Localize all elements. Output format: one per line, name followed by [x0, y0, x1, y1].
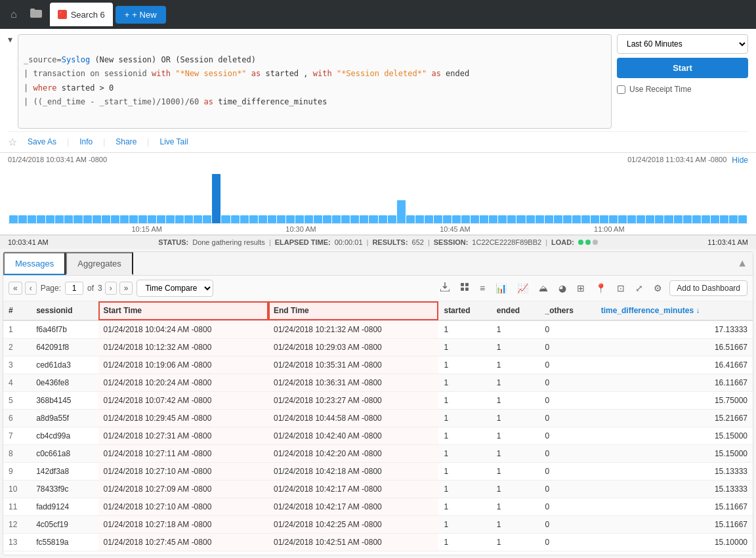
col-started[interactable]: started	[438, 301, 491, 320]
share-link[interactable]: Share	[116, 137, 136, 146]
table-row[interactable]: 8c0c661a801/24/2018 10:27:11 AM -080001/…	[3, 444, 753, 462]
table-row[interactable]: 5368b414501/24/2018 10:07:42 AM -080001/…	[3, 391, 753, 409]
table-row[interactable]: 1078433f9c01/24/2018 10:27:09 AM -080001…	[3, 480, 753, 498]
cell-3: 01/24/2018 10:35:31 AM -0800	[268, 356, 438, 374]
start-button[interactable]: Start	[617, 58, 748, 78]
pager-first-btn[interactable]: «	[9, 282, 22, 295]
receipt-checkbox[interactable]	[617, 85, 625, 94]
cell-7: 15.11667	[596, 498, 753, 515]
timeline-start-ts: 01/24/2018 10:03:41 AM -0800	[8, 156, 107, 165]
cell-7: 15.21667	[596, 409, 753, 427]
cell-5: 1	[492, 444, 540, 462]
col-end-time[interactable]: End Time	[268, 301, 438, 320]
table-row[interactable]: 6a8d9a55f01/24/2018 10:29:45 AM -080001/…	[3, 409, 753, 427]
preview-icon-btn[interactable]: ⊡	[614, 280, 628, 296]
col-start-time[interactable]: Start Time	[98, 301, 268, 320]
cell-0: 8	[3, 444, 31, 462]
cell-0: 9	[3, 462, 31, 480]
combo-icon-btn[interactable]: ⊞	[574, 280, 588, 296]
live-tail-link[interactable]: Live Tail	[159, 137, 188, 146]
save-as-link[interactable]: Save As	[28, 137, 56, 146]
cell-3: 01/24/2018 10:21:32 AM -0800	[268, 320, 438, 339]
chart-bar-24	[231, 215, 240, 223]
receipt-label[interactable]: Use Receipt Time	[629, 85, 692, 94]
new-btn-plus: +	[125, 10, 130, 20]
cell-2: 01/24/2018 10:27:45 AM -0800	[98, 533, 268, 551]
chart-bar-13	[129, 215, 138, 223]
actions-row: ☆ Save As | Info | Share | Live Tail	[8, 131, 748, 152]
table-row[interactable]: 11fadd912401/24/2018 10:27:10 AM -080001…	[3, 498, 753, 515]
table-row[interactable]: 3ced61da301/24/2018 10:19:06 AM -080001/…	[3, 356, 753, 374]
cell-6: 0	[540, 427, 596, 444]
info-link[interactable]: Info	[79, 137, 93, 146]
cell-6: 0	[540, 374, 596, 391]
svg-rect-2	[461, 288, 464, 291]
table-row[interactable]: 2642091f801/24/2018 10:12:32 AM -080001/…	[3, 338, 753, 356]
table-row[interactable]: 40e436fe801/24/2018 10:20:24 AM -080001/…	[3, 374, 753, 391]
chart-bar-59	[554, 215, 562, 223]
cell-4: 1	[438, 462, 491, 480]
collapse-results-btn[interactable]: ▲	[732, 252, 753, 275]
cell-2: 01/24/2018 10:20:24 AM -0800	[98, 374, 268, 391]
col-diff[interactable]: time_difference_minutes ↓	[596, 301, 753, 320]
pager-last-btn[interactable]: »	[119, 282, 133, 295]
search-box[interactable]: _source=Syslog (New session) OR (Session…	[18, 34, 612, 129]
cell-5: 1	[492, 338, 540, 356]
table-row[interactable]: 7cb4cd99a01/24/2018 10:27:31 AM -080001/…	[3, 427, 753, 444]
chart-bar-47	[443, 215, 452, 223]
add-dashboard-button[interactable]: Add to Dashboard	[669, 280, 747, 296]
time-range-select[interactable]: Last 60 Minutes	[617, 34, 748, 54]
chart-bar-23	[221, 215, 230, 223]
results-table-scroll[interactable]: # sessionid Start Time End Time started …	[3, 301, 753, 555]
columns-icon-btn[interactable]: ≡	[476, 280, 488, 296]
tab-aggregates[interactable]: Aggregates	[66, 252, 133, 275]
folder-button[interactable]	[25, 5, 47, 24]
table-row[interactable]: 1f6a46f7b01/24/2018 10:04:24 AM -080001/…	[3, 320, 753, 339]
pager-prev-btn[interactable]: ‹	[25, 282, 37, 295]
star-button[interactable]: ☆	[8, 136, 17, 148]
chart-bar-64	[600, 215, 608, 223]
new-button[interactable]: + + New	[116, 6, 166, 24]
table-row[interactable]: 9142df3a801/24/2018 10:27:10 AM -080001/…	[3, 462, 753, 480]
chart-bar-63	[591, 215, 599, 223]
cell-7: 15.13333	[596, 462, 753, 480]
home-button[interactable]: ⌂	[5, 5, 22, 24]
search-tab[interactable]: 🔴 Search 6	[50, 3, 113, 26]
pie-chart-icon-btn[interactable]: ◕	[555, 280, 570, 296]
bar-chart-icon-btn[interactable]: 📊	[492, 280, 510, 296]
cell-1: 368b4145	[31, 391, 98, 409]
cell-2: 01/24/2018 10:27:11 AM -0800	[98, 444, 268, 462]
cell-3: 01/24/2018 10:23:27 AM -0800	[268, 391, 438, 409]
col-others[interactable]: _others	[540, 301, 596, 320]
collapse-button[interactable]: ▾	[8, 34, 12, 45]
chart-label-1030: 10:30 AM	[285, 225, 316, 233]
cell-3: 01/24/2018 10:36:31 AM -0800	[268, 374, 438, 391]
results-label: RESULTS:	[372, 238, 408, 246]
map-icon-btn[interactable]: 📍	[592, 280, 610, 296]
settings-icon-btn[interactable]: ⚙	[650, 280, 665, 296]
cell-5: 1	[492, 374, 540, 391]
area-chart-icon-btn[interactable]: ⛰	[536, 280, 551, 296]
cell-4: 1	[438, 498, 491, 515]
compare-select[interactable]: Time Compare	[136, 280, 213, 297]
cell-2: 01/24/2018 10:27:10 AM -0800	[98, 498, 268, 515]
cell-1: a8d9a55f	[31, 409, 98, 427]
line-chart-icon-btn[interactable]: 📈	[514, 280, 532, 296]
col-sessionid[interactable]: sessionid	[31, 301, 98, 320]
page-input[interactable]	[65, 282, 83, 295]
export-icon-btn[interactable]	[437, 280, 453, 296]
chart-bar-11	[111, 215, 119, 223]
chart-bar-26	[249, 215, 258, 223]
overlay-icon-btn[interactable]: ⤢	[632, 280, 646, 296]
cell-7: 16.41667	[596, 356, 753, 374]
col-ended[interactable]: ended	[492, 301, 540, 320]
chart-bar-48	[452, 215, 461, 223]
cell-3: 01/24/2018 10:42:17 AM -0800	[268, 498, 438, 515]
table-row[interactable]: 124c05cf1901/24/2018 10:27:18 AM -080001…	[3, 515, 753, 533]
tab-messages[interactable]: Messages	[3, 252, 66, 275]
hide-link[interactable]: Hide	[732, 156, 748, 165]
pager-next-btn[interactable]: ›	[105, 282, 117, 295]
table-icon-btn[interactable]	[457, 280, 472, 296]
table-row[interactable]: 13fc55819a01/24/2018 10:27:45 AM -080001…	[3, 533, 753, 551]
live-tail-label: Live Tail	[159, 137, 188, 146]
